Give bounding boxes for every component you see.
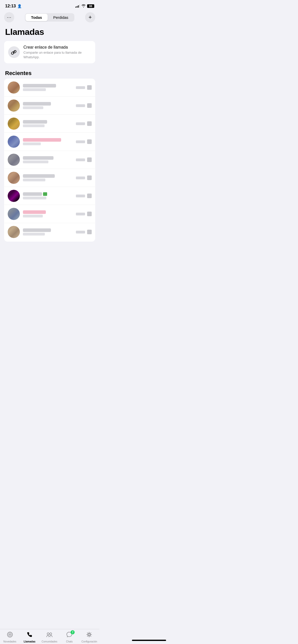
call-name <box>23 84 56 87</box>
call-info <box>23 228 73 236</box>
call-phone-icon <box>87 175 92 180</box>
call-phone-icon <box>87 139 92 144</box>
call-name <box>23 102 51 106</box>
call-info <box>23 210 73 217</box>
call-action <box>76 212 92 216</box>
call-item[interactable] <box>4 133 95 151</box>
signal-bars <box>75 5 80 8</box>
call-detail <box>23 215 43 217</box>
call-info <box>23 102 73 109</box>
contact-icon: 👤 <box>17 4 22 8</box>
call-name <box>23 210 46 214</box>
call-item[interactable] <box>4 79 95 97</box>
call-detail <box>23 233 45 236</box>
call-phone-icon <box>87 230 92 234</box>
call-item[interactable] <box>4 223 95 242</box>
call-action <box>76 103 92 108</box>
call-phone-icon <box>87 157 92 162</box>
avatar <box>8 154 20 166</box>
avatar <box>8 99 20 112</box>
call-item[interactable] <box>4 115 95 133</box>
avatar <box>8 226 20 238</box>
call-item[interactable] <box>4 97 95 115</box>
call-time <box>76 140 85 143</box>
call-item[interactable] <box>4 205 95 223</box>
create-link-card[interactable]: Crear enlace de llamada Comparte un enla… <box>4 41 95 63</box>
call-phone-icon <box>87 103 92 108</box>
call-detail <box>23 142 41 145</box>
add-call-button[interactable]: + <box>85 12 95 22</box>
status-time: 12:13 <box>5 4 16 9</box>
page-title-section: Llamadas <box>0 25 99 41</box>
avatar <box>8 172 20 184</box>
call-action <box>76 85 92 90</box>
call-detail <box>23 124 45 127</box>
call-phone-icon <box>87 194 92 198</box>
plus-icon: + <box>89 14 92 21</box>
call-name <box>23 156 53 160</box>
call-info <box>23 138 73 145</box>
call-info <box>23 174 73 181</box>
signal-bar-3 <box>78 5 79 8</box>
group-indicator <box>43 192 47 196</box>
call-phone-icon <box>87 85 92 90</box>
call-time <box>76 122 85 125</box>
call-detail <box>23 106 43 109</box>
battery-indicator: 88 <box>87 4 94 8</box>
call-name <box>23 228 51 232</box>
dots-icon: ··· <box>7 15 11 20</box>
link-icon-circle <box>8 46 20 58</box>
recents-title: Recientes <box>5 70 94 77</box>
status-icons: 88 <box>75 4 94 8</box>
call-info <box>23 192 73 199</box>
call-info <box>23 120 73 127</box>
avatar <box>8 136 20 148</box>
create-link-title: Crear enlace de llamada <box>23 45 91 50</box>
avatar <box>8 81 20 94</box>
call-time <box>76 177 85 179</box>
tab-perdidas[interactable]: Perdidas <box>48 14 74 21</box>
filter-tabs: Todas Perdidas <box>25 13 74 22</box>
top-nav: ··· Todas Perdidas + <box>0 10 99 25</box>
signal-bar-4 <box>79 5 80 8</box>
call-detail <box>23 197 46 199</box>
call-name <box>23 174 55 178</box>
avatar <box>8 118 20 130</box>
call-action <box>76 175 92 180</box>
signal-bar-1 <box>75 7 76 8</box>
page-title: Llamadas <box>5 27 94 37</box>
avatar <box>8 208 20 220</box>
call-time <box>76 231 85 233</box>
call-name <box>23 192 42 196</box>
call-item[interactable] <box>4 169 95 187</box>
call-phone-icon <box>87 121 92 126</box>
recents-list <box>4 79 95 242</box>
tab-todas[interactable]: Todas <box>25 14 48 21</box>
more-options-button[interactable]: ··· <box>4 12 14 22</box>
call-time <box>76 195 85 197</box>
avatar <box>8 190 20 202</box>
link-card-text: Crear enlace de llamada Comparte un enla… <box>23 45 91 59</box>
call-time <box>76 158 85 161</box>
call-name <box>23 120 47 124</box>
call-phone-icon <box>87 212 92 216</box>
call-action <box>76 121 92 126</box>
wifi-icon <box>82 4 86 8</box>
call-detail <box>23 179 45 181</box>
call-info <box>23 84 73 91</box>
call-item[interactable] <box>4 151 95 169</box>
call-action <box>76 230 92 234</box>
call-info <box>23 156 73 163</box>
call-action <box>76 139 92 144</box>
call-detail <box>23 88 46 91</box>
create-link-subtitle: Comparte un enlace para tu llamada de Wh… <box>23 50 91 59</box>
status-bar: 12:13 👤 88 <box>0 0 99 10</box>
call-name <box>23 138 61 142</box>
call-detail <box>23 160 48 163</box>
call-action <box>76 194 92 198</box>
call-action <box>76 157 92 162</box>
call-time <box>76 86 85 89</box>
call-time <box>76 104 85 107</box>
call-item[interactable] <box>4 187 95 205</box>
call-time <box>76 213 85 215</box>
